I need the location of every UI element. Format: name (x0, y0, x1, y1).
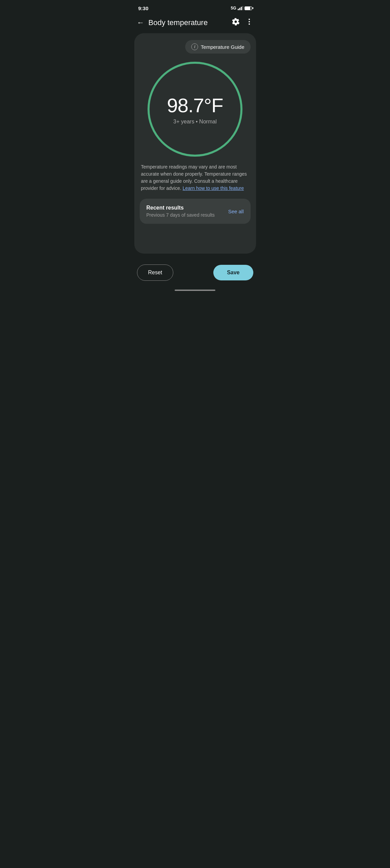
svg-rect-1 (239, 8, 240, 10)
recent-results-card: Recent results Previous 7 days of saved … (140, 199, 251, 224)
svg-point-5 (249, 21, 250, 22)
svg-rect-3 (242, 6, 243, 10)
temperature-subtext: 3+ years • Normal (173, 119, 217, 125)
temperature-guide-button[interactable]: i Temperature Guide (185, 40, 250, 54)
home-bar-indicator (175, 290, 215, 291)
status-icons: 5G (231, 6, 252, 11)
battery-icon (245, 6, 252, 10)
network-label: 5G (231, 6, 236, 11)
status-time: 9:30 (138, 5, 149, 11)
nav-left: ← Body temperature (137, 18, 208, 27)
temperature-ring: 98.7°F 3+ years • Normal (148, 62, 242, 157)
bottom-buttons: Reset Save (132, 256, 259, 286)
recent-results-subtitle: Previous 7 days of saved results (147, 212, 215, 218)
back-button[interactable]: ← (137, 18, 144, 27)
reset-button[interactable]: Reset (137, 264, 174, 281)
disclaimer-text: Temperature readings may vary and are mo… (141, 163, 249, 192)
svg-point-6 (249, 23, 250, 25)
save-button[interactable]: Save (213, 265, 253, 280)
recent-results-title: Recent results (147, 205, 215, 211)
svg-rect-0 (238, 9, 239, 10)
nav-right (232, 18, 253, 28)
home-bar (132, 286, 259, 294)
top-nav: ← Body temperature (132, 15, 259, 33)
page-title: Body temperature (149, 18, 208, 27)
status-bar: 9:30 5G (132, 0, 259, 15)
signal-icon (238, 6, 243, 10)
thermometer-display: 98.7°F 3+ years • Normal (140, 62, 251, 157)
main-content-card: i Temperature Guide 98.7°F 3+ years • No… (134, 33, 256, 254)
temperature-value: 98.7°F (167, 94, 223, 117)
svg-rect-2 (241, 7, 242, 10)
svg-point-4 (249, 19, 250, 20)
learn-link[interactable]: Learn how to use this feature (182, 185, 244, 191)
settings-icon[interactable] (232, 18, 240, 28)
see-all-button[interactable]: See all (228, 209, 244, 214)
info-icon: i (191, 43, 198, 50)
more-options-icon[interactable] (245, 18, 253, 28)
recent-results-info: Recent results Previous 7 days of saved … (147, 205, 215, 218)
